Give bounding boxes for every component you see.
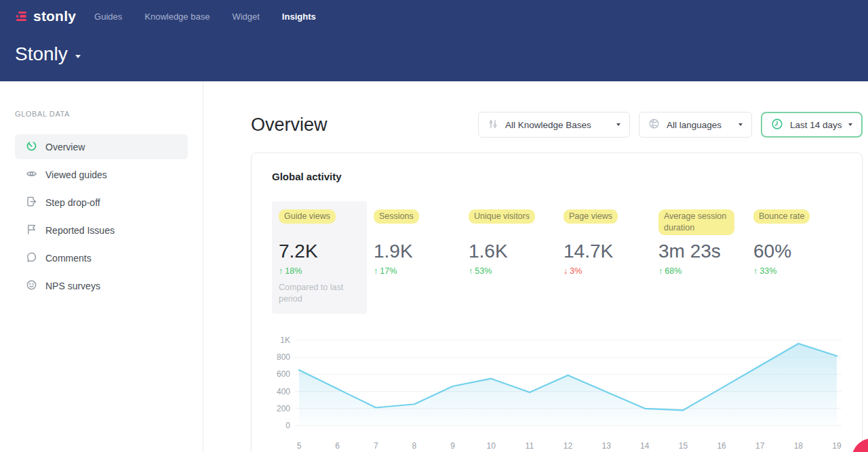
- chevron-down-icon: [75, 55, 81, 58]
- metric-guide-views[interactable]: Guide views 7.2K ↑18% Compared to last p…: [272, 201, 367, 314]
- metric-note: Compared to last period: [279, 282, 352, 305]
- metric-value: 7.2K: [279, 241, 360, 262]
- arrow-up-icon: ↑: [374, 266, 378, 276]
- metric-label: Average session duration: [658, 209, 734, 235]
- sidebar-item-label: Comments: [45, 253, 92, 264]
- sidebar-item-nps-surveys[interactable]: NPS surveys: [15, 273, 188, 298]
- svg-text:12: 12: [564, 441, 573, 451]
- workspace-selector[interactable]: Stonly: [15, 43, 868, 65]
- svg-text:17: 17: [755, 441, 765, 451]
- svg-text:15: 15: [679, 441, 688, 451]
- sidebar-item-reported-issues[interactable]: Reported Issues: [15, 218, 188, 243]
- svg-text:10: 10: [487, 441, 496, 451]
- main-content: Overview All Knowledge Bases: [203, 81, 868, 452]
- logo-text: stonly: [33, 8, 76, 24]
- card-title: Global activity: [272, 171, 842, 182]
- metric-value: 3m 23s: [658, 241, 740, 262]
- date-range-filter[interactable]: Last 14 days: [761, 112, 863, 138]
- global-activity-card: Global activity Guide views 7.2K ↑18% Co…: [251, 152, 863, 452]
- page-title: Overview: [251, 115, 328, 136]
- metric-value: 1.9K: [374, 241, 455, 262]
- metric-sessions[interactable]: Sessions 1.9K ↑17%: [367, 201, 462, 276]
- arrow-up-icon: ↑: [469, 266, 473, 276]
- metric-value: 1.6K: [469, 241, 550, 262]
- svg-text:14: 14: [640, 441, 650, 451]
- svg-text:5: 5: [297, 441, 302, 451]
- svg-text:19: 19: [832, 441, 842, 451]
- knowledge-base-filter-label: All Knowledge Bases: [505, 120, 611, 130]
- smiley-icon: [26, 279, 37, 293]
- svg-text:7: 7: [374, 441, 378, 451]
- globe-icon: [648, 118, 660, 131]
- metric-delta: ↑33%: [753, 266, 835, 276]
- svg-text:1K: 1K: [280, 335, 290, 345]
- metric-label: Unique visitors: [469, 209, 535, 224]
- clock-icon: [771, 118, 783, 132]
- nav-item-guides[interactable]: Guides: [94, 12, 122, 22]
- language-filter-label: All languages: [667, 120, 733, 130]
- sidebar-item-comments[interactable]: Comments: [15, 245, 188, 270]
- filter-bar: All Knowledge Bases All languages: [478, 112, 863, 138]
- svg-text:800: 800: [277, 352, 290, 362]
- sliders-icon: [488, 119, 498, 131]
- svg-text:8: 8: [412, 441, 417, 451]
- chevron-down-icon: [616, 123, 620, 126]
- sidebar-item-step-drop-off[interactable]: Step drop-off: [15, 190, 188, 215]
- arrow-up-icon: ↑: [279, 266, 283, 276]
- sidebar-item-overview[interactable]: Overview: [15, 134, 188, 159]
- sidebar-item-label: Viewed guides: [45, 169, 107, 180]
- sidebar-item-label: Step drop-off: [45, 197, 100, 208]
- language-filter[interactable]: All languages: [639, 112, 752, 138]
- date-range-filter-label: Last 14 days: [790, 120, 843, 130]
- app-header: stonly Guides Knowledge base Widget Insi…: [0, 0, 868, 81]
- top-nav: Guides Knowledge base Widget Insights: [94, 12, 316, 22]
- sidebar-section-label: GLOBAL DATA: [15, 110, 203, 118]
- knowledge-base-filter[interactable]: All Knowledge Bases: [478, 112, 630, 138]
- flag-icon: [26, 224, 37, 237]
- metric-delta: ↑17%: [374, 266, 455, 276]
- step-exit-icon: [26, 196, 37, 209]
- metric-delta: ↑68%: [658, 266, 740, 276]
- metric-avg-session-duration[interactable]: Average session duration 3m 23s ↑68%: [652, 201, 747, 276]
- stonly-logo[interactable]: stonly: [16, 8, 76, 24]
- svg-text:600: 600: [277, 369, 290, 379]
- svg-text:9: 9: [450, 441, 455, 451]
- arrow-down-icon: ↓: [564, 266, 568, 276]
- chevron-down-icon: [738, 123, 743, 126]
- metric-bounce-rate[interactable]: Bounce rate 60% ↑33%: [747, 201, 842, 276]
- svg-text:6: 6: [335, 441, 340, 451]
- chevron-down-icon: [848, 123, 852, 126]
- sidebar-item-label: Overview: [45, 142, 85, 152]
- metric-page-views[interactable]: Page views 14.7K ↓3%: [557, 201, 652, 276]
- metric-label: Guide views: [279, 209, 336, 224]
- arrow-up-icon: ↑: [753, 266, 757, 276]
- activity-chart-container: 02004006008001K5678910111213141516171819: [272, 329, 842, 452]
- metric-delta: ↑53%: [469, 266, 550, 276]
- workspace-title: Stonly: [15, 43, 68, 65]
- nav-item-widget[interactable]: Widget: [232, 12, 259, 22]
- sidebar-item-viewed-guides[interactable]: Viewed guides: [15, 162, 188, 187]
- stonly-logo-icon: [16, 11, 28, 22]
- metric-label: Bounce rate: [753, 209, 810, 224]
- metric-value: 14.7K: [564, 241, 645, 262]
- svg-text:11: 11: [526, 441, 534, 451]
- svg-text:13: 13: [601, 441, 611, 451]
- sidebar-item-label: Reported Issues: [45, 225, 115, 236]
- metric-label: Page views: [564, 209, 618, 224]
- svg-text:16: 16: [717, 441, 726, 451]
- sidebar: GLOBAL DATA Overview Viewed guides: [0, 81, 203, 452]
- metric-delta: ↑18%: [279, 266, 360, 276]
- metric-value: 60%: [753, 241, 835, 262]
- metric-delta: ↓3%: [564, 266, 645, 276]
- svg-text:200: 200: [277, 404, 290, 413]
- arrow-up-icon: ↑: [658, 266, 663, 276]
- svg-text:18: 18: [794, 441, 804, 451]
- nav-item-insights[interactable]: Insights: [282, 12, 316, 22]
- eye-icon: [26, 168, 37, 182]
- metric-label: Sessions: [374, 209, 419, 224]
- nav-item-knowledge-base[interactable]: Knowledge base: [144, 12, 210, 22]
- sidebar-item-label: NPS surveys: [45, 281, 100, 291]
- activity-chart: 02004006008001K5678910111213141516171819: [272, 329, 842, 452]
- svg-text:400: 400: [277, 387, 290, 396]
- metric-unique-visitors[interactable]: Unique visitors 1.6K ↑53%: [462, 201, 557, 276]
